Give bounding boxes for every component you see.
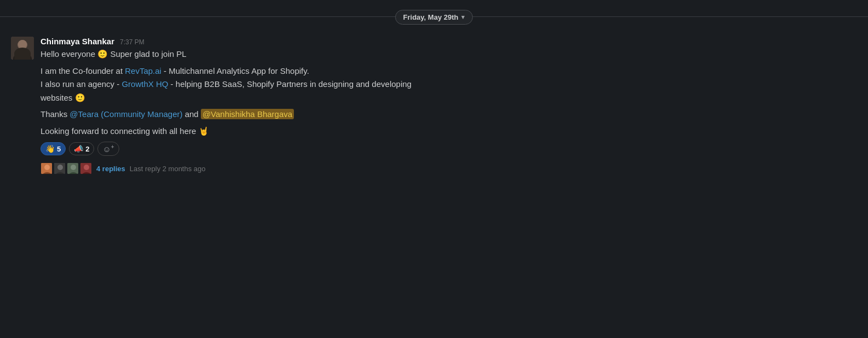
date-pill[interactable]: Friday, May 29th ▾ xyxy=(395,10,473,25)
svg-point-8 xyxy=(57,165,63,170)
mention-vanhishikha[interactable]: @Vanhishikha Bhargava xyxy=(201,109,294,119)
username: Chinmaya Shankar xyxy=(40,37,114,46)
agency-suffix: - helping B2B SaaS, Shopify Partners in … xyxy=(168,79,411,89)
intro-block: I am the Co-founder at RevTap.ai - Multi… xyxy=(40,65,857,104)
thread-avatar-1 xyxy=(40,162,53,174)
add-reaction-button[interactable]: ☺+ xyxy=(97,142,119,156)
greeting-text: Hello everyone 🙂 Super glad to join PL xyxy=(40,49,187,59)
thread-avatar-3 xyxy=(67,162,79,174)
megaphone-count: 2 xyxy=(85,145,89,153)
date-label: Friday, May 29th xyxy=(403,13,459,21)
message-body: Hello everyone 🙂 Super glad to join PL I… xyxy=(40,48,857,137)
svg-point-2 xyxy=(13,52,32,60)
reactions-bar: 👋 5 📣 2 ☺+ xyxy=(40,142,857,156)
intro-suffix: - Multichannel Analytics App for Shopify… xyxy=(161,66,309,75)
wave-emoji: 👋 xyxy=(45,144,55,153)
mention-teara[interactable]: @Teara (Community Manager) xyxy=(70,109,182,119)
chevron-down-icon: ▾ xyxy=(461,14,465,21)
svg-point-14 xyxy=(84,165,89,170)
thread-avatar-4 xyxy=(80,162,92,174)
megaphone-emoji: 📣 xyxy=(74,144,83,153)
websites-text: websites 🙂 xyxy=(40,93,85,102)
agency-prefix: I also run an agency - xyxy=(40,79,121,89)
forward-line: Looking forward to connecting with all h… xyxy=(40,125,857,138)
svg-point-1 xyxy=(18,40,27,50)
svg-rect-3 xyxy=(16,52,29,60)
timestamp: 7:37 PM xyxy=(120,38,144,46)
greeting-line: Hello everyone 🙂 Super glad to join PL xyxy=(40,48,857,61)
svg-rect-0 xyxy=(11,37,34,60)
websites-line: websites 🙂 xyxy=(40,92,857,104)
reaction-megaphone[interactable]: 📣 2 xyxy=(69,142,94,155)
message-content: Chinmaya Shankar 7:37 PM Hello everyone … xyxy=(40,37,857,177)
reaction-wave[interactable]: 👋 5 xyxy=(40,142,66,155)
intro-line: I am the Co-founder at RevTap.ai - Multi… xyxy=(40,65,857,78)
avatar-image xyxy=(11,37,34,60)
agency-line: I also run an agency - GrowthX HQ - help… xyxy=(40,78,857,91)
thread-section: 4 replies Last reply 2 months ago xyxy=(40,160,857,177)
add-reaction-icon: ☺+ xyxy=(102,144,114,154)
thanks-block: Thanks @Teara (Community Manager) and @V… xyxy=(40,108,857,121)
intro-prefix: I am the Co-founder at xyxy=(40,66,125,75)
thread-last-reply: Last reply 2 months ago xyxy=(130,165,206,173)
avatar xyxy=(11,37,34,60)
svg-point-11 xyxy=(71,165,76,170)
forward-text: Looking forward to connecting with all h… xyxy=(40,126,209,136)
thread-avatars xyxy=(40,162,92,174)
and-text: and xyxy=(183,109,201,119)
message-header: Chinmaya Shankar 7:37 PM xyxy=(40,37,857,46)
message-container: Chinmaya Shankar 7:37 PM Hello everyone … xyxy=(0,32,868,179)
revtap-link[interactable]: RevTap.ai xyxy=(125,66,161,75)
thread-replies-link[interactable]: 4 replies xyxy=(96,165,125,173)
growthx-link[interactable]: GrowthX HQ xyxy=(121,79,168,89)
thanks-prefix: Thanks xyxy=(40,109,70,119)
wave-count: 5 xyxy=(57,145,61,153)
svg-point-5 xyxy=(44,165,50,170)
thread-avatar-2 xyxy=(54,162,66,174)
date-divider: Friday, May 29th ▾ xyxy=(0,0,868,32)
